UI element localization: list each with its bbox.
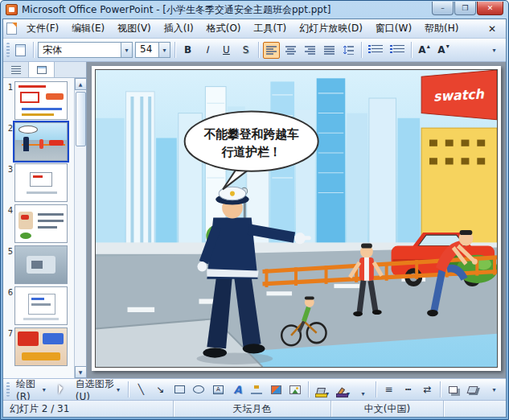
align-right-button[interactable] <box>302 42 318 59</box>
document-icon <box>6 23 17 35</box>
slide-thumbnail-2-selected[interactable] <box>14 122 68 161</box>
font-size-combobox[interactable]: 54 ▾ <box>135 42 170 58</box>
font-size-dropdown-icon[interactable]: ▾ <box>158 43 170 57</box>
menu-help[interactable]: 帮助(H) <box>419 19 464 38</box>
menu-window[interactable]: 窗口(W) <box>370 19 417 38</box>
bullets-button[interactable] <box>388 42 407 59</box>
slide-number: 2 <box>5 122 13 133</box>
slide-number: 6 <box>5 286 13 297</box>
text-box-button[interactable]: A <box>210 381 227 398</box>
thumbnails-scrollbar[interactable]: ▲ ▼ <box>74 78 86 378</box>
slide-thumbnail-7[interactable] <box>14 327 68 366</box>
slide-thumbnail-6[interactable] <box>14 286 68 325</box>
tab-slides[interactable] <box>29 62 55 77</box>
slide-number: 5 <box>5 245 13 256</box>
drawbar-grip[interactable] <box>6 382 10 397</box>
thumbnail-row: 5 <box>5 245 72 284</box>
close-button[interactable]: ✕ <box>477 2 503 15</box>
diagram-button[interactable] <box>248 381 265 398</box>
draw-dropdown-icon: ▾ <box>43 386 46 393</box>
current-slide: swatch <box>92 66 501 371</box>
slide-thumbnail-4[interactable] <box>14 204 68 243</box>
align-center-button[interactable] <box>282 42 299 59</box>
formatting-toolbar: 宋体 ▾ 54 ▾ B I U S <box>3 39 506 62</box>
line-style-button[interactable]: ≡ <box>380 381 397 398</box>
rectangle-button[interactable] <box>171 381 188 398</box>
slides-tab-icon <box>37 66 47 74</box>
oval-icon <box>193 385 204 393</box>
dash-style-button[interactable]: ┅ <box>400 381 417 398</box>
window-controls: – ❐ ✕ <box>432 2 503 15</box>
arrow-style-button[interactable]: ⇄ <box>419 381 436 398</box>
menu-file[interactable]: 文件(F) <box>21 19 64 38</box>
slide-thumbnail-1[interactable] <box>14 81 68 120</box>
rectangle-icon <box>174 385 185 393</box>
scroll-down-button[interactable]: ▼ <box>75 366 87 378</box>
bold-button[interactable]: B <box>179 42 196 59</box>
font-size-value: 54 <box>136 43 158 57</box>
wordart-icon: A <box>233 384 241 396</box>
pointer-icon <box>59 385 63 394</box>
thumbnail-row: 7 <box>5 327 72 366</box>
italic-button[interactable]: I <box>199 42 216 59</box>
select-objects-button[interactable] <box>52 381 69 398</box>
line-style-icon: ≡ <box>384 384 392 395</box>
toolbar-grip[interactable] <box>6 43 10 57</box>
distribute-button[interactable] <box>321 42 338 59</box>
new-slide-button[interactable] <box>12 42 29 59</box>
line-color-icon <box>336 388 347 397</box>
slide-number: 4 <box>5 204 13 215</box>
slide-thumbnail-5[interactable] <box>14 245 68 284</box>
decrease-font-button[interactable]: A▾ <box>435 42 452 59</box>
panel-tabs <box>3 62 86 78</box>
menu-slideshow[interactable]: 幻灯片放映(D) <box>293 19 368 38</box>
minimize-button[interactable]: – <box>432 2 454 15</box>
underline-button[interactable]: U <box>218 42 235 59</box>
arrow-button[interactable]: ↘ <box>152 381 169 398</box>
line-color-button[interactable]: ▾ <box>334 381 352 398</box>
menu-format[interactable]: 格式(O) <box>201 19 247 38</box>
oval-button[interactable] <box>191 381 207 398</box>
slide-number: 7 <box>5 327 13 338</box>
dash-style-icon: ┅ <box>405 384 411 395</box>
slide-thumbnail-3[interactable] <box>14 163 68 202</box>
increase-font-button[interactable]: A▴ <box>416 42 433 59</box>
language-indicator: 中文(中国) <box>331 401 444 417</box>
insert-picture-button[interactable] <box>287 381 304 398</box>
clip-art-button[interactable] <box>268 381 285 398</box>
align-left-button[interactable] <box>263 42 280 59</box>
menu-bar: 文件(F) 编辑(E) 视图(V) 插入(I) 格式(O) 工具(T) 幻灯片放… <box>3 19 506 39</box>
document-close-icon[interactable]: ✕ <box>482 22 503 36</box>
line-spacing-button[interactable] <box>340 42 357 59</box>
align-left-icon <box>266 45 277 55</box>
app-body: 文件(F) 编辑(E) 视图(V) 插入(I) 格式(O) 工具(T) 幻灯片放… <box>2 19 507 418</box>
menu-edit[interactable]: 编辑(E) <box>66 19 110 38</box>
font-color-button[interactable]: ▾ <box>355 381 371 398</box>
text-shadow-button[interactable]: S <box>237 42 254 59</box>
scroll-up-button[interactable]: ▲ <box>75 78 87 90</box>
menu-tools[interactable]: 工具(T) <box>248 19 293 38</box>
font-dropdown-icon[interactable]: ▾ <box>121 43 132 57</box>
decrease-font-icon: A <box>437 44 445 56</box>
drawbar-options-button[interactable]: ▾ <box>486 381 503 398</box>
fill-color-button[interactable]: ▾ <box>313 381 331 398</box>
scrollbar-thumb[interactable] <box>76 92 86 146</box>
toolbar-options-button[interactable]: ▾ <box>486 42 503 59</box>
threed-style-button[interactable] <box>464 381 481 398</box>
outline-tab-icon <box>11 66 21 74</box>
new-slide-icon <box>15 44 26 56</box>
wordart-button[interactable]: A <box>229 381 246 398</box>
bubble-text-line1: 不能攀登和跨越车 <box>203 126 298 141</box>
slide-canvas[interactable]: swatch <box>95 69 498 368</box>
maximize-button[interactable]: ❐ <box>454 2 476 15</box>
numbering-button[interactable] <box>366 42 385 59</box>
line-button[interactable]: ╲ <box>133 381 150 398</box>
menu-view[interactable]: 视图(V) <box>112 19 157 38</box>
fill-color-icon <box>315 388 326 397</box>
menu-insert[interactable]: 插入(I) <box>158 19 199 38</box>
arrow-style-icon: ⇄ <box>423 384 431 395</box>
shadow-style-button[interactable] <box>445 381 462 398</box>
tab-outline[interactable] <box>3 62 29 77</box>
drawing-toolbar: 绘图(R) ▾ 自选图形(U) ▾ ╲ ↘ A A ▾ ▾ ▾ ≡ ┅ <box>3 378 506 400</box>
font-name-combobox[interactable]: 宋体 ▾ <box>38 42 133 58</box>
